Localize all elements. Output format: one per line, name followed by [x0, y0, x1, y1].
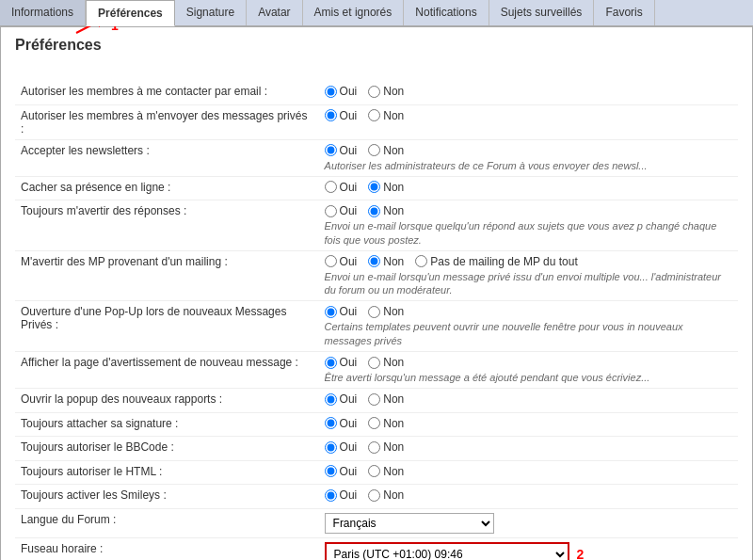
control-html: Oui Non	[319, 460, 738, 485]
radio-mailing-oui[interactable]: Oui	[325, 255, 358, 268]
radio-input-bbcode-oui[interactable]	[325, 441, 337, 454]
radio-input-popup-mp-non[interactable]	[368, 306, 380, 318]
radio-input-smileys-non[interactable]	[368, 489, 380, 502]
non-label-12: Non	[383, 488, 404, 502]
fuseau-select[interactable]: Paris (UTC +01:00) 09:46	[325, 542, 569, 560]
nav-signature[interactable]: Signature	[175, 0, 247, 25]
radio-avert-msg-non[interactable]: Non	[368, 356, 404, 369]
radio-input-avertir-oui[interactable]	[325, 205, 337, 217]
radio-contact-email-non[interactable]: Non	[368, 85, 404, 98]
radio-mp-prive-non[interactable]: Non	[368, 109, 404, 122]
non-label-2: Non	[383, 144, 404, 157]
radio-mailing-non[interactable]: Non	[368, 255, 404, 268]
radio-signature-non[interactable]: Non	[368, 417, 404, 430]
radio-popup-rapports-oui[interactable]: Oui	[325, 392, 358, 406]
radio-avert-msg-oui[interactable]: Oui	[325, 356, 358, 369]
radio-input-mp-prive-non[interactable]	[368, 109, 380, 121]
nav-sujets[interactable]: Sujets surveillés	[489, 0, 595, 25]
control-smileys: Oui Non	[319, 485, 738, 509]
row-langue: Langue du Forum : Français English	[15, 508, 738, 537]
row-popup-rapports: Ouvrir la popup des nouveaux rapports : …	[15, 389, 738, 413]
oui-label-2: Oui	[340, 144, 358, 157]
label-html: Toujours autoriser le HTML :	[15, 460, 319, 485]
control-mp-mailing: Oui Non Pas de mailing de MP du tout Env…	[319, 250, 738, 301]
radio-html-non[interactable]: Non	[368, 465, 404, 478]
control-bbcode: Oui Non	[319, 437, 738, 461]
radio-input-avertir-non[interactable]	[368, 205, 380, 217]
radio-input-signature-non[interactable]	[368, 417, 380, 429]
radio-input-html-oui[interactable]	[325, 465, 337, 477]
nav-favoris[interactable]: Favoris	[594, 0, 654, 25]
oui-label-4: Oui	[340, 204, 358, 217]
radio-input-smileys-oui[interactable]	[325, 489, 337, 502]
radio-newsletter-non[interactable]: Non	[368, 144, 404, 157]
radio-input-contact-email-non[interactable]	[368, 86, 380, 98]
radio-input-bbcode-non[interactable]	[368, 441, 380, 454]
row-contact-email: Autoriser les membres à me contacter par…	[15, 81, 738, 104]
oui-label-0: Oui	[340, 85, 358, 98]
radio-popup-mp-oui[interactable]: Oui	[325, 305, 358, 318]
radio-avertir-oui[interactable]: Oui	[325, 204, 358, 217]
langue-select[interactable]: Français English	[325, 513, 494, 534]
radio-input-popup-rapports-oui[interactable]	[325, 393, 337, 406]
row-smileys: Toujours activer les Smileys : Oui Non	[15, 485, 738, 509]
label-signature: Toujours attacher sa signature :	[15, 412, 319, 437]
nav-notifications[interactable]: Notifications	[404, 0, 489, 25]
radio-input-mailing-pas[interactable]	[415, 255, 427, 267]
radio-input-newsletter-non[interactable]	[368, 144, 380, 156]
radio-input-presence-oui[interactable]	[325, 181, 337, 193]
page-title: Préférences	[15, 37, 102, 58]
label-mp-prive: Autoriser les membres à m'envoyer des me…	[15, 104, 319, 139]
radio-avertir-non[interactable]: Non	[368, 204, 404, 217]
radio-signature-oui[interactable]: Oui	[325, 417, 358, 430]
nav-preferences[interactable]: Préférences	[86, 0, 175, 26]
settings-table: Autoriser les membres à me contacter par…	[15, 81, 738, 560]
radio-mp-prive-oui[interactable]: Oui	[325, 109, 358, 122]
radio-bbcode-oui[interactable]: Oui	[325, 440, 358, 454]
control-signature: Oui Non	[319, 412, 738, 437]
radio-newsletter-oui[interactable]: Oui	[325, 144, 358, 157]
radio-input-presence-non[interactable]	[368, 181, 380, 193]
oui-label-9: Oui	[340, 417, 358, 430]
radio-input-signature-oui[interactable]	[325, 417, 337, 429]
radio-input-popup-rapports-non[interactable]	[368, 393, 380, 406]
radio-input-mailing-oui[interactable]	[325, 255, 337, 267]
non-label-1: Non	[383, 109, 404, 122]
label-smileys: Toujours activer les Smileys :	[15, 485, 319, 509]
control-popup-rapports: Oui Non	[319, 389, 738, 413]
radio-mailing-pas[interactable]: Pas de mailing de MP du tout	[415, 255, 578, 268]
radio-input-contact-email-oui[interactable]	[325, 86, 337, 98]
label-avertissement: Afficher la page d'avertissement de nouv…	[15, 352, 319, 389]
non-label-7: Non	[383, 356, 404, 369]
radio-smileys-non[interactable]: Non	[368, 488, 404, 502]
radio-input-html-non[interactable]	[368, 465, 380, 477]
desc-newsletter: Autoriser les administrateurs de ce Foru…	[325, 159, 732, 172]
label-avertir-reponses: Toujours m'avertir des réponses :	[15, 200, 319, 251]
nav-amis[interactable]: Amis et ignorés	[303, 0, 405, 25]
radio-popup-rapports-non[interactable]: Non	[368, 392, 404, 406]
radio-input-newsletter-oui[interactable]	[325, 144, 337, 156]
radio-input-avert-msg-oui[interactable]	[325, 357, 337, 369]
label-presence: Cacher sa présence en ligne :	[15, 176, 319, 200]
label-fuseau: Fuseau horaire :	[15, 537, 319, 560]
radio-input-popup-mp-oui[interactable]	[325, 306, 337, 318]
radio-input-mp-prive-oui[interactable]	[325, 109, 337, 121]
radio-presence-non[interactable]: Non	[368, 181, 404, 194]
non-label-10: Non	[383, 440, 404, 454]
radio-input-avert-msg-non[interactable]	[368, 357, 380, 369]
radio-bbcode-non[interactable]: Non	[368, 440, 404, 454]
radio-popup-mp-non[interactable]: Non	[368, 305, 404, 318]
label-newsletter: Accepter les newsletters :	[15, 139, 319, 176]
nav-avatar[interactable]: Avatar	[247, 0, 302, 25]
desc-popup-mp: Certains templates peuvent ouvrir une no…	[325, 320, 732, 347]
page-content: Préférences 1 Autoriser les membres à me…	[0, 26, 753, 560]
radio-presence-oui[interactable]: Oui	[325, 181, 358, 194]
non-label-6: Non	[383, 305, 404, 318]
radio-input-mailing-non[interactable]	[368, 255, 380, 267]
radio-smileys-oui[interactable]: Oui	[325, 488, 358, 502]
row-mp-prive: Autoriser les membres à m'envoyer des me…	[15, 104, 738, 139]
row-popup-mp: Ouverture d'une Pop-Up lors de nouveaux …	[15, 301, 738, 352]
row-avertissement: Afficher la page d'avertissement de nouv…	[15, 352, 738, 389]
radio-contact-email-oui[interactable]: Oui	[325, 85, 358, 98]
radio-html-oui[interactable]: Oui	[325, 465, 358, 478]
